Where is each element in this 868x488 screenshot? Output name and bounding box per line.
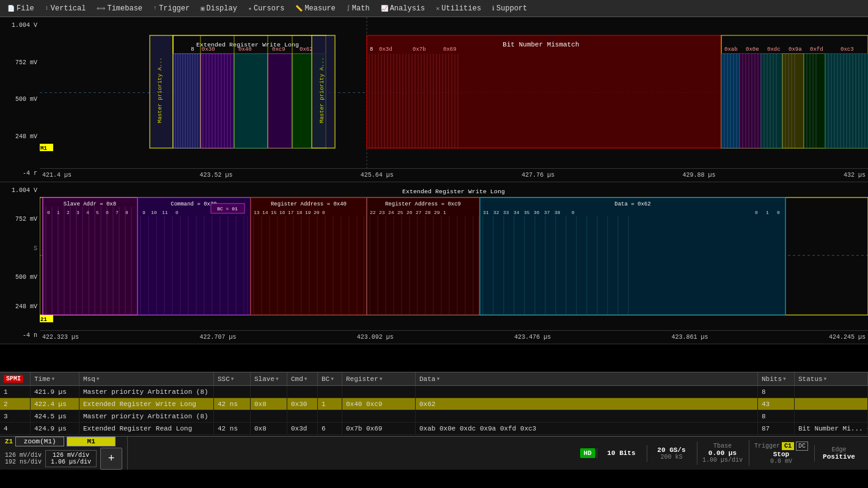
svg-text:0x69: 0x69	[443, 46, 457, 53]
svg-text:Register Address = 0xc9: Register Address = 0xc9	[385, 201, 461, 207]
zoom-type-box: zoom(M1)	[15, 437, 64, 446]
table-row[interactable]: 1 421.9 µs Master priority Arbitration (…	[0, 386, 868, 398]
th-cmd[interactable]: Cmd ▼	[287, 372, 318, 385]
td-data: 0x62	[416, 398, 758, 410]
svg-text:0x30: 0x30	[202, 46, 215, 53]
top-wave-svg: Master priority A... Extended Register W…	[40, 17, 868, 168]
svg-text:24: 24	[388, 210, 394, 215]
svg-text:1: 1	[57, 210, 60, 215]
table-row[interactable]: 2 422.4 µs Extended Register Write Long …	[0, 398, 868, 410]
table-row[interactable]: 4 424.9 µs Extended Register Read Long 4…	[0, 423, 868, 435]
td-register	[342, 386, 416, 397]
th-ssc[interactable]: SSC ▼	[214, 372, 251, 385]
td-msq: Master priority Arbitration (8)	[79, 386, 214, 397]
by-label-3: 248 mV	[2, 303, 37, 310]
analysis-icon: 📈	[381, 5, 388, 12]
svg-text:25: 25	[397, 210, 403, 215]
th-bc[interactable]: BC ▼	[318, 372, 342, 385]
table-row[interactable]: 3 424.5 µs Master priority Arbitration (…	[0, 410, 868, 423]
td-time: 424.5 µs	[31, 410, 79, 422]
menu-analysis[interactable]: 📈 Analysis	[376, 3, 430, 14]
th-nbits[interactable]: Nbits ▼	[758, 372, 795, 385]
svg-text:29: 29	[434, 210, 440, 215]
slave-sort-icon: ▼	[276, 376, 279, 382]
svg-text:20: 20	[314, 210, 320, 215]
svg-text:0xdc: 0xdc	[767, 46, 781, 53]
td-register: 0x40 0xc9	[342, 398, 416, 410]
th-data[interactable]: Data ▼	[416, 372, 758, 385]
sample-rate-block: 20 GS/s 200 kS	[647, 445, 696, 462]
trigger-mode: Stop	[773, 451, 789, 458]
zoom-section: Z1 zoom(M1) M1 126 mV/div 192 ns/div 126…	[0, 437, 128, 470]
svg-text:1: 1	[443, 210, 446, 215]
utilities-icon: ✕	[436, 5, 440, 12]
sample-rate-value: 20 GS/s	[657, 446, 685, 454]
svg-text:3: 3	[76, 210, 79, 215]
svg-text:19: 19	[305, 210, 311, 215]
register-sort-icon: ▼	[380, 376, 383, 382]
trigger-icon: ↑	[153, 5, 157, 12]
waveform-container: 1.004 V 752 mV 500 mV 248 mV -4 r Master…	[0, 17, 868, 372]
td-register	[342, 410, 416, 422]
file-icon: 📄	[7, 5, 15, 12]
td-num: 4	[0, 423, 31, 434]
ks-label: 200 kS	[660, 454, 682, 460]
svg-text:27: 27	[416, 210, 422, 215]
th-slave[interactable]: Slave ▼	[251, 372, 287, 385]
svg-text:0x7b: 0x7b	[413, 46, 426, 53]
svg-rect-10	[268, 54, 292, 148]
table-header: SPMI Time ▼ Msq ▼ SSC ▼ Slave ▼ Cmd ▼ BC…	[0, 372, 868, 386]
zoom-ch-right: 126 mV/div	[51, 452, 91, 459]
td-time: 422.4 µs	[31, 398, 79, 410]
bc-sort-icon: ▼	[331, 376, 334, 382]
menu-support[interactable]: ℹ Support	[487, 3, 532, 14]
bits-block: 10 Bits	[597, 448, 645, 458]
edge-label: Edge	[831, 446, 846, 453]
math-icon: ∫	[347, 5, 350, 12]
timebase-icon: ⟺	[97, 5, 105, 12]
menu-measure[interactable]: 📏 Measure	[290, 3, 340, 14]
cmd-sort-icon: ▼	[304, 376, 307, 382]
zoom-source-box: M1	[67, 437, 116, 446]
td-cmd: 0x3d	[287, 423, 318, 434]
td-nbits: 8	[758, 410, 795, 422]
top-time-3: 427.76 µs	[521, 172, 554, 179]
by-label-4: -4 n	[2, 332, 37, 339]
menu-utilities[interactable]: ✕ Utilities	[431, 3, 486, 14]
bottom-time-axis: 422.323 µs 422.707 µs 423.092 µs 423.476…	[40, 330, 868, 344]
td-bc: 1	[318, 398, 342, 410]
menu-vertical[interactable]: ↕ Vertical	[40, 3, 91, 14]
menu-cursors[interactable]: ✦ Cursors	[243, 3, 289, 14]
add-channel-button[interactable]: +	[100, 448, 122, 470]
svg-text:0: 0	[175, 210, 178, 215]
svg-text:0: 0	[777, 210, 780, 215]
th-time[interactable]: Time ▼	[31, 372, 79, 385]
svg-text:0xc3: 0xc3	[840, 46, 854, 53]
svg-text:11: 11	[162, 210, 168, 215]
svg-text:35: 35	[524, 210, 530, 215]
svg-text:0: 0	[755, 210, 758, 215]
svg-text:7: 7	[116, 210, 119, 215]
menu-timebase[interactable]: ⟺ Timebase	[92, 3, 147, 14]
svg-text:0: 0	[47, 210, 50, 215]
top-waveform-panel: 1.004 V 752 mV 500 mV 248 mV -4 r Master…	[0, 17, 868, 182]
time-sort-icon: ▼	[51, 376, 54, 382]
menu-math[interactable]: ∫ Math	[342, 3, 375, 14]
zoom-time-left: 192 ns/div	[5, 459, 42, 465]
td-cmd	[287, 386, 318, 397]
trigger-level: 0.0 mV	[770, 458, 792, 465]
menu-file[interactable]: 📄 File	[2, 3, 39, 14]
th-status[interactable]: Status ▼	[795, 372, 868, 385]
menu-trigger[interactable]: ↑ Trigger	[149, 3, 194, 14]
bottom-y-axis: 1.004 V 752 mV S 500 mV 248 mV -4 n	[0, 182, 40, 344]
td-bc	[318, 410, 342, 422]
menu-display[interactable]: ▣ Display	[196, 3, 241, 14]
td-cmd: 0x30	[287, 398, 318, 410]
th-msq[interactable]: Msq ▼	[79, 372, 214, 385]
th-register[interactable]: Register ▼	[342, 372, 416, 385]
ssc-sort-icon: ▼	[231, 376, 234, 382]
edge-block: Edge Positive	[814, 445, 863, 462]
svg-text:6: 6	[106, 210, 109, 215]
svg-text:0: 0	[322, 210, 325, 215]
menu-bar: 📄 File ↕ Vertical ⟺ Timebase ↑ Trigger ▣…	[0, 0, 868, 17]
